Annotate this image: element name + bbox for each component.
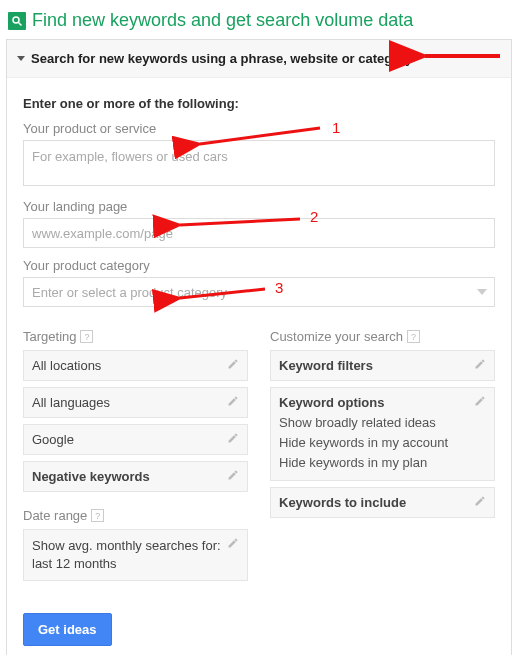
category-label: Your product category [23, 258, 495, 273]
right-column: Customize your search ? Keyword filters … [270, 329, 495, 587]
landing-label: Your landing page [23, 199, 495, 214]
keywords-to-include[interactable]: Keywords to include [270, 487, 495, 518]
keyword-filters[interactable]: Keyword filters [270, 350, 495, 381]
landing-page-input[interactable] [23, 218, 495, 248]
help-icon[interactable]: ? [80, 330, 93, 343]
edit-icon [227, 537, 239, 552]
accordion-search-keywords[interactable]: Search for new keywords using a phrase, … [7, 40, 511, 78]
targeting-languages[interactable]: All languages [23, 387, 248, 418]
caret-down-icon [17, 56, 25, 61]
customize-heading: Customize your search ? [270, 329, 495, 344]
targeting-heading: Targeting ? [23, 329, 248, 344]
search-icon [8, 12, 26, 30]
keyword-options[interactable]: Keyword options Show broadly related ide… [270, 387, 495, 481]
targeting-network[interactable]: Google [23, 424, 248, 455]
targeting-locations[interactable]: All locations [23, 350, 248, 381]
daterange-heading: Date range ? [23, 508, 248, 523]
edit-icon [474, 495, 486, 510]
edit-icon [227, 395, 239, 410]
keyword-panel: Search for new keywords using a phrase, … [6, 39, 512, 655]
svg-point-0 [13, 17, 19, 23]
product-category-select[interactable] [23, 277, 495, 307]
negative-keywords[interactable]: Negative keywords [23, 461, 248, 492]
page-title: Find new keywords and get search volume … [32, 10, 413, 31]
form-body: Enter one or more of the following: Your… [7, 78, 511, 655]
help-icon[interactable]: ? [91, 509, 104, 522]
edit-icon [227, 358, 239, 373]
product-label: Your product or service [23, 121, 495, 136]
get-ideas-button[interactable]: Get ideas [23, 613, 112, 646]
date-range-chip[interactable]: Show avg. monthly searches for: last 12 … [23, 529, 248, 581]
left-column: Targeting ? All locations All languages … [23, 329, 248, 587]
section-prompt: Enter one or more of the following: [23, 96, 495, 111]
edit-icon [474, 395, 486, 410]
svg-line-1 [19, 22, 22, 25]
edit-icon [474, 358, 486, 373]
accordion-title: Search for new keywords using a phrase, … [31, 51, 412, 66]
edit-icon [227, 469, 239, 484]
edit-icon [227, 432, 239, 447]
product-input[interactable] [23, 140, 495, 186]
page-header: Find new keywords and get search volume … [0, 0, 518, 39]
help-icon[interactable]: ? [407, 330, 420, 343]
